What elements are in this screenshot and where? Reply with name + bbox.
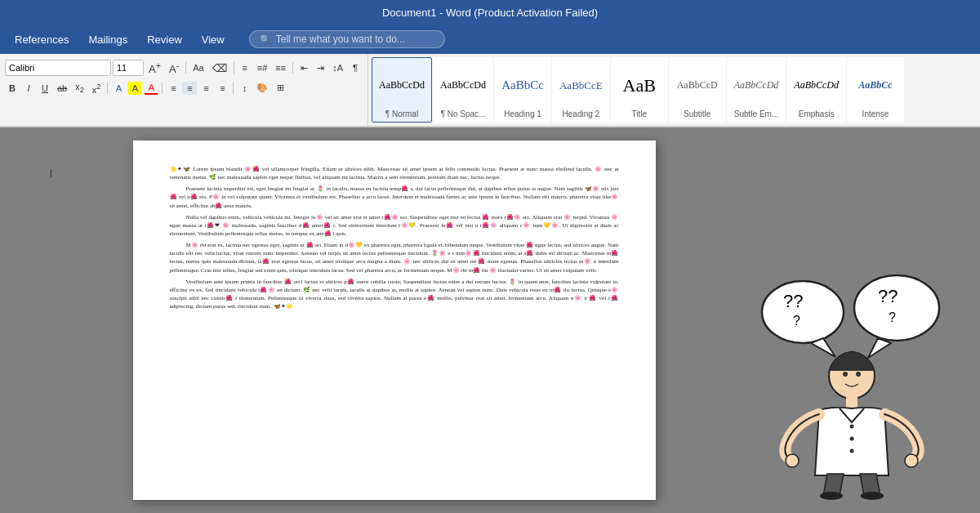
styles-gallery: AaBbCcDd ¶ Normal AaBbCcDd ¶ No Spac... … — [368, 54, 980, 126]
style-intense[interactable]: AaBbCc Intense — [847, 57, 904, 123]
sep1 — [185, 62, 186, 74]
svg-point-5 — [843, 372, 848, 377]
text-cursor — [51, 169, 51, 177]
font-selector[interactable] — [5, 60, 111, 76]
style-nospace[interactable]: AaBbCcDd ¶ No Spac... — [433, 57, 493, 123]
search-placeholder: Tell me what you want to do... — [276, 33, 405, 45]
subtitle-preview: AaBbCcD — [677, 61, 718, 109]
cartoon-area: ?? ? ?? ? — [733, 141, 970, 500]
paragraph-section: A+ A- Aa ⌫ ≡ ≡# ≡≡ ⇤ ⇥ ↕A ¶ B — [0, 54, 368, 126]
para-1: 🌟✦🦋 Lorem ipsum blandit 🌸🌺 vel ullamcorp… — [170, 165, 619, 181]
multilevel-btn[interactable]: ≡≡ — [272, 61, 289, 74]
numbering-btn[interactable]: ≡# — [254, 61, 271, 74]
style-normal[interactable]: AaBbCcDd ¶ Normal — [372, 57, 432, 123]
page[interactable]: 🌟✦🦋 Lorem ipsum blandit 🌸🌺 vel ullamcorp… — [133, 141, 656, 500]
increase-indent-btn[interactable]: ⇥ — [313, 61, 327, 75]
normal-preview: AaBbCcDd — [379, 61, 425, 109]
title-bar: Document1 - Word (Product Activation Fai… — [0, 0, 980, 25]
line-spacing-btn[interactable]: ↕ — [237, 82, 252, 95]
shrink-font-btn[interactable]: A- — [166, 59, 182, 77]
font-row: A+ A- Aa ⌫ ≡ ≡# ≡≡ ⇤ ⇥ ↕A ¶ — [5, 59, 363, 77]
format-row: B I U ab x2 x2 A A A ≡ ≡ ≡ ≡ ↕ — [5, 80, 363, 96]
align-center-btn[interactable]: ≡ — [182, 82, 197, 95]
question-marks-2: ? — [793, 314, 800, 328]
title-text: Document1 - Word (Product Activation Fai… — [382, 7, 598, 19]
heading1-label: Heading 1 — [504, 109, 541, 118]
svg-marker-1 — [811, 338, 835, 357]
intense-label: Intense — [862, 109, 889, 118]
change-case-btn[interactable]: Aa — [189, 61, 207, 74]
shading-btn[interactable]: 🎨 — [253, 81, 271, 95]
align-right-btn[interactable]: ≡ — [198, 82, 213, 95]
heading2-preview: AaBbCcE — [559, 61, 603, 109]
show-hide-btn[interactable]: ¶ — [348, 61, 363, 74]
style-subtitle[interactable]: AaBbCcD Subtitle — [669, 57, 726, 123]
italic-btn[interactable]: I — [21, 82, 36, 95]
superscript-btn[interactable]: x2 — [89, 81, 105, 96]
menu-view[interactable]: View — [194, 30, 233, 49]
search-icon: 🔍 — [260, 34, 271, 45]
ribbon: A+ A- Aa ⌫ ≡ ≡# ≡≡ ⇤ ⇥ ↕A ¶ B — [0, 54, 980, 127]
title-preview: AaB — [623, 61, 656, 109]
svg-point-6 — [856, 372, 861, 377]
sep2 — [234, 62, 234, 74]
svg-point-2 — [854, 275, 939, 341]
justify-btn[interactable]: ≡ — [215, 82, 229, 95]
content-area: 🌟✦🦋 Lorem ipsum blandit 🌸🌺 vel ullamcorp… — [0, 127, 980, 513]
menu-bar: References Mailings Review View 🔍 Tell m… — [0, 25, 980, 54]
borders-btn[interactable]: ⊞ — [273, 81, 287, 95]
cartoon-figure: ?? ? ?? ? — [746, 247, 958, 500]
font-color-btn[interactable]: A — [144, 81, 158, 95]
svg-marker-3 — [868, 338, 891, 358]
bullets-btn[interactable]: ≡ — [238, 61, 252, 74]
svg-point-14 — [861, 492, 884, 500]
strikethrough-btn[interactable]: ab — [54, 82, 70, 95]
emphasis-preview: AaBbCcDd — [794, 61, 839, 109]
sep5 — [162, 83, 163, 94]
ribbon-inner: A+ A- Aa ⌫ ≡ ≡# ≡≡ ⇤ ⇥ ↕A ¶ B — [0, 54, 980, 126]
para-indent: Praesent lacinia imperdiet est, eget feu… — [170, 185, 619, 209]
style-heading2[interactable]: AaBbCcE Heading 2 — [552, 57, 610, 123]
menu-references[interactable]: References — [7, 30, 77, 49]
sort-btn[interactable]: ↕A — [329, 61, 346, 74]
sep4 — [107, 83, 108, 94]
grow-font-btn[interactable]: A+ — [145, 59, 164, 77]
clear-format-btn[interactable]: ⌫ — [209, 60, 230, 76]
menu-review[interactable]: Review — [139, 30, 190, 49]
question-marks-1: ?? — [783, 291, 803, 311]
sep6 — [233, 83, 234, 94]
svg-point-13 — [820, 492, 843, 500]
text-effects-btn[interactable]: A — [111, 82, 126, 95]
svg-point-9 — [850, 437, 854, 441]
heading1-preview: AaBbCc — [501, 61, 544, 109]
style-title[interactable]: AaB Title — [611, 57, 668, 123]
sep3 — [292, 62, 293, 74]
question-marks-4: ? — [889, 310, 896, 324]
subscript-btn[interactable]: x2 — [72, 80, 87, 96]
font-size[interactable] — [113, 60, 144, 76]
svg-point-10 — [850, 449, 854, 453]
style-emphasis[interactable]: AaBbCcDd Emphasis — [786, 57, 846, 123]
svg-point-11 — [786, 454, 799, 467]
style-heading1[interactable]: AaBbCc Heading 1 — [494, 57, 551, 123]
title-label: Title — [631, 109, 647, 118]
nospace-label: ¶ No Spac... — [441, 109, 486, 118]
bold-btn[interactable]: B — [5, 82, 20, 95]
heading2-label: Heading 2 — [563, 109, 600, 118]
para-4: Vestibulum ante ipsum primis in faucibus… — [170, 278, 619, 311]
normal-label: ¶ Normal — [385, 109, 418, 118]
svg-point-8 — [850, 425, 854, 429]
style-subtleemphasis[interactable]: AaBbCcDd Subtle Em... — [727, 57, 786, 123]
question-marks-3: ?? — [878, 286, 898, 306]
align-left-btn[interactable]: ≡ — [166, 82, 180, 95]
tell-me-search[interactable]: 🔍 Tell me what you want to do... — [249, 30, 445, 48]
underline-btn[interactable]: U — [38, 82, 52, 95]
nospace-preview: AaBbCcDd — [440, 61, 486, 109]
subtleemphasis-preview: AaBbCcDd — [734, 61, 779, 109]
text-highlight-btn[interactable]: A — [127, 82, 142, 95]
para-3: M🌸 rbi erat ex, lacinia nec egestas eget… — [170, 241, 619, 274]
left-margin-area — [10, 141, 55, 500]
document-area[interactable]: 🌟✦🦋 Lorem ipsum blandit 🌸🌺 vel ullamcorp… — [55, 141, 733, 500]
menu-mailings[interactable]: Mailings — [80, 30, 136, 49]
decrease-indent-btn[interactable]: ⇤ — [296, 61, 311, 75]
